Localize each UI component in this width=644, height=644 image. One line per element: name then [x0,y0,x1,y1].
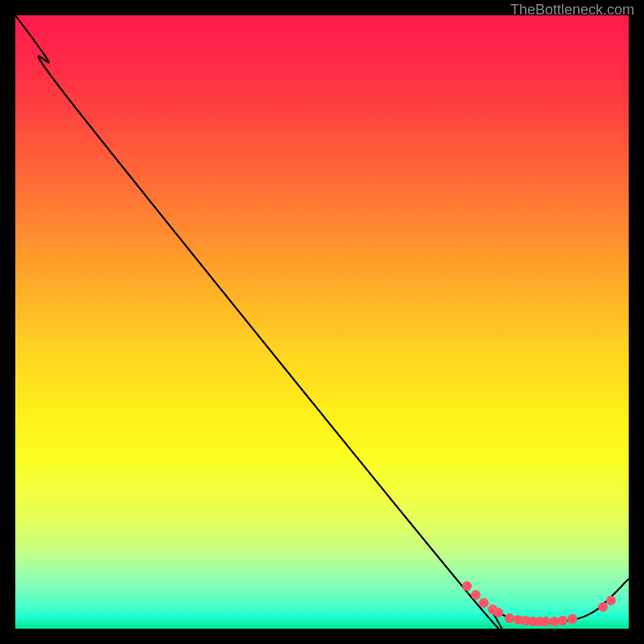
data-point [493,608,503,617]
data-point [505,613,514,623]
watermark-text: TheBottleneck.com [510,2,634,19]
curve-line [15,15,629,629]
plot-area [15,15,629,629]
data-point [462,581,472,591]
data-point [598,602,608,612]
data-point [568,614,577,624]
data-point [479,598,489,608]
data-point [541,617,551,626]
chart-container: TheBottleneck.com [0,0,644,644]
chart-svg [15,15,629,629]
data-point [471,590,481,600]
data-point [606,596,616,605]
data-points [462,581,616,626]
data-point [558,616,568,625]
